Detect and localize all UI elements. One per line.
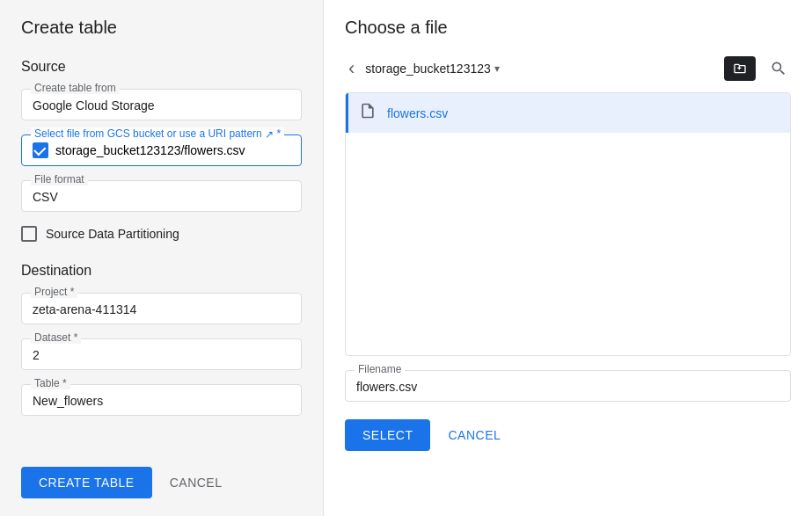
left-bottom-actions: CREATE TABLE CANCEL [21,453,302,498]
new-folder-button[interactable] [724,56,756,81]
dataset-field: Dataset * 2 [21,338,302,370]
project-label: Project * [31,286,77,298]
uri-pattern-link[interactable]: use a URI pattern ↗ [179,127,274,140]
left-cancel-button[interactable]: CANCEL [166,467,226,498]
source-partition-label: Source Data Partitioning [46,227,179,241]
select-file-value: storage_bucket123123/flowers.csv [55,143,245,157]
table-value: New_flowers [33,392,290,408]
create-table-button[interactable]: CREATE TABLE [21,467,152,498]
create-table-from-label: Create table from [31,82,120,94]
filename-field: Filename [345,370,791,402]
file-name: flowers.csv [387,106,448,120]
file-format-field: File format CSV [21,180,302,212]
choose-file-title: Choose a file [345,18,791,38]
back-button[interactable]: ‹ [345,55,358,82]
right-cancel-button[interactable]: CANCEL [444,419,504,451]
project-value: zeta-arena-411314 [33,301,290,316]
table-field: Table * New_flowers [21,384,302,416]
destination-section: Destination Project * zeta-arena-411314 … [21,263,302,430]
destination-title: Destination [21,263,302,279]
file-item[interactable]: flowers.csv [346,93,790,133]
chevron-down-icon: ▾ [494,62,500,75]
header-actions [724,56,791,81]
gcs-checkbox[interactable] [33,142,48,158]
dataset-value: 2 [33,346,290,362]
bucket-name: storage_bucket123123 ▾ [365,62,499,76]
project-field: Project * zeta-arena-411314 [21,293,302,324]
back-arrow-icon: ‹ [348,59,355,78]
search-icon [770,60,787,77]
file-browser-header: ‹ storage_bucket123123 ▾ [345,55,791,82]
select-file-field: Select file from GCS bucket or use a URI… [21,134,302,166]
filename-label: Filename [355,363,405,375]
search-button[interactable] [766,56,791,81]
right-panel: Choose a file ‹ storage_bucket123123 ▾ [324,0,812,516]
new-folder-icon [733,62,747,76]
select-button[interactable]: SELECT [345,419,430,451]
left-panel: Create table Source Create table from Go… [0,0,324,516]
file-format-label: File format [31,173,88,185]
filename-input[interactable] [356,380,779,394]
select-file-inner: storage_bucket123123/flowers.csv [33,142,290,158]
source-partition-checkbox[interactable] [21,226,37,242]
source-partition-row: Source Data Partitioning [21,226,302,242]
source-section-title: Source [21,59,302,75]
select-file-label: Select file from GCS bucket or use a URI… [31,127,284,141]
dataset-label: Dataset * [31,331,81,344]
right-actions: SELECT CANCEL [345,419,791,451]
create-table-from-field: Create table from Google Cloud Storage [21,89,302,120]
file-list: flowers.csv [345,92,791,356]
file-doc-icon [359,102,377,124]
page-title: Create table [21,18,302,38]
file-format-value: CSV [33,188,290,204]
table-label: Table * [31,377,70,389]
create-table-from-value: Google Cloud Storage [33,97,290,113]
